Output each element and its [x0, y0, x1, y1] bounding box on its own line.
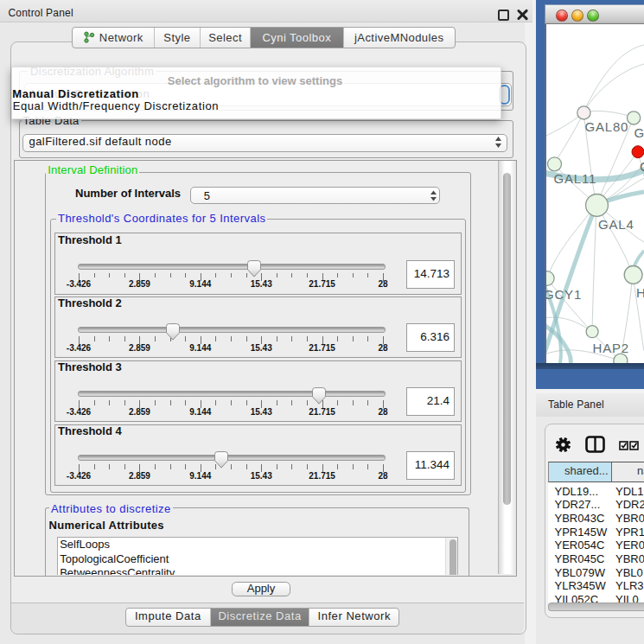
svg-text:GAL80: GAL80	[585, 119, 629, 134]
svg-text:GA: GA	[634, 125, 644, 140]
svg-text:GAL11: GAL11	[554, 171, 597, 186]
svg-text:GAL4: GAL4	[598, 217, 634, 232]
svg-text:GCY1: GCY1	[546, 287, 582, 302]
svg-text:HAP2: HAP2	[593, 341, 629, 355]
svg-text:H: H	[636, 285, 644, 300]
svg-text:G: G	[640, 159, 644, 174]
